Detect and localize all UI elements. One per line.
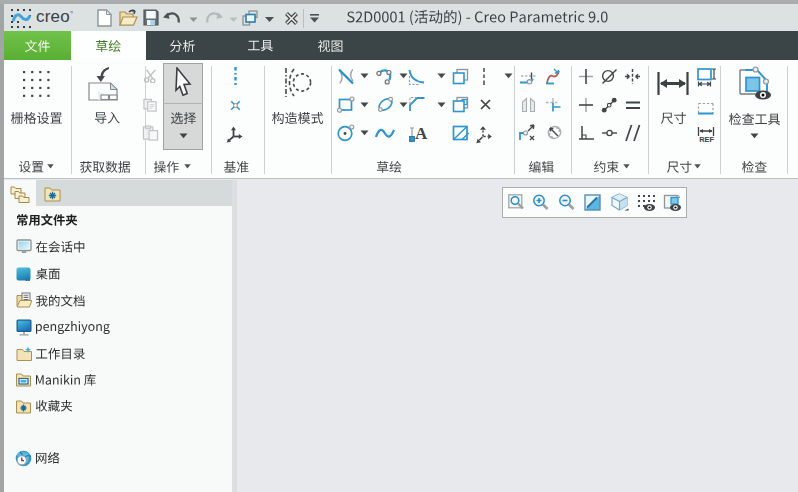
svg-text:A: A	[415, 124, 428, 142]
svg-text:REF: REF	[699, 135, 714, 143]
